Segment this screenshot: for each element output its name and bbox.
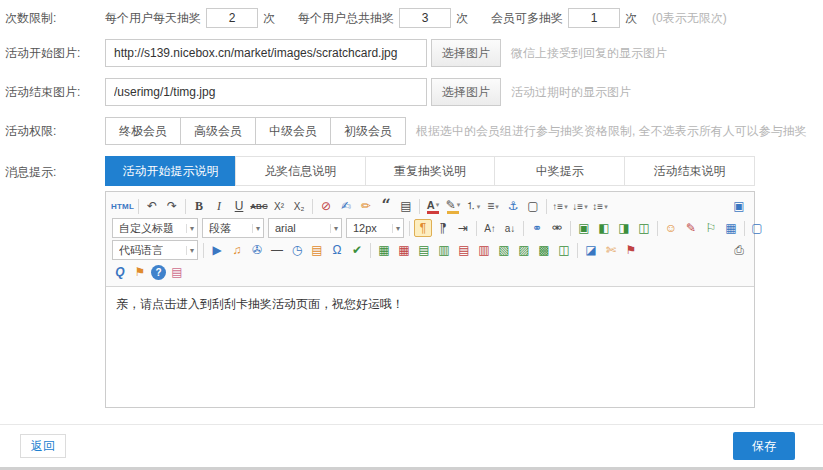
permission-option-button[interactable]: 高级会员 (180, 117, 256, 145)
message-tab[interactable]: 兑奖信息说明 (235, 156, 366, 186)
image-center-icon[interactable]: ◫ (635, 219, 653, 237)
directionality-ltr-icon[interactable]: ¶ (414, 219, 432, 237)
member-extra-input[interactable] (568, 8, 620, 28)
indent-icon[interactable]: ⇥ (454, 219, 472, 237)
unordered-list-icon[interactable]: ≡▾ (484, 197, 502, 215)
directionality-rtl-icon[interactable]: ¶ (434, 219, 452, 237)
row-spacing-top-icon[interactable]: ↑≡▾ (551, 197, 569, 215)
merge-cells-icon[interactable]: ▧ (495, 241, 513, 259)
insert-music-icon[interactable]: ♫ (228, 241, 246, 259)
message-tab[interactable]: 活动开始提示说明 (105, 156, 236, 186)
baidu-map-icon[interactable]: ⚑ (131, 263, 149, 281)
clear-document-icon[interactable]: ▢ (524, 197, 542, 215)
code-language-select[interactable]: 代码语言▾ (112, 240, 198, 260)
insert-frame-icon[interactable]: ▦ (722, 219, 740, 237)
link-icon[interactable]: ⚭ (528, 219, 546, 237)
end-image-input[interactable] (105, 78, 427, 106)
split-cells-icon[interactable]: ◫ (555, 241, 573, 259)
toolbar-row-2: 自定义标题▾段落▾arial▾12px▾¶¶⇥A↑a↓⚭⚮▣◧◨◫☺✎⚐▦▢ (110, 217, 750, 239)
help-icon[interactable]: ? (151, 265, 166, 280)
fullscreen-icon[interactable]: ▣ (730, 197, 748, 215)
charts-icon[interactable]: ◪ (582, 241, 600, 259)
special-characters-icon[interactable]: Ω (328, 241, 346, 259)
permissions-fields: 终极会员高级会员中级会员初级会员 根据选中的会员组进行参与抽奖资格限制, 全不选… (105, 117, 807, 145)
emotion-icon[interactable]: ☺ (662, 219, 680, 237)
merge-right-icon[interactable]: ▨ (515, 241, 533, 259)
font-size-select[interactable]: 12px▾ (346, 218, 404, 238)
remove-format-icon[interactable]: ⊘ (317, 197, 335, 215)
highlight-color-icon[interactable]: ✎▾ (444, 197, 462, 215)
insert-map-icon[interactable]: ⚐ (702, 219, 720, 237)
preview-icon[interactable]: ▢ (748, 219, 766, 237)
insert-table-icon[interactable]: ▦ (375, 241, 393, 259)
to-lowercase-icon[interactable]: a↓ (501, 219, 519, 237)
horizontal-rule-icon[interactable]: — (268, 241, 286, 259)
toolbar-row-1: HTML↶↷BIUABCX²X₂⊘✍✏“▤A▾✎▾⒈▾≡▾⚓▢↑≡▾↓≡▾↕≡▾… (110, 195, 750, 217)
attachment-icon[interactable]: ✇ (248, 241, 266, 259)
message-tab[interactable]: 重复抽奖说明 (365, 156, 496, 186)
source-code-icon[interactable]: HTML (111, 197, 134, 215)
search-replace-icon[interactable]: Q (111, 263, 129, 281)
end-image-row: 活动结束图片: 选择图片 活动过期时的显示图片 (5, 78, 823, 106)
format-brush-icon[interactable]: ✍ (337, 197, 355, 215)
image-left-icon[interactable]: ◧ (595, 219, 613, 237)
underline-icon[interactable]: U (230, 197, 248, 215)
delete-row-icon[interactable]: ▤ (455, 241, 473, 259)
image-none-icon[interactable]: ▣ (575, 219, 593, 237)
insert-date-icon[interactable]: ▤ (308, 241, 326, 259)
insert-column-icon[interactable]: ▥ (435, 241, 453, 259)
bold-icon[interactable]: B (190, 197, 208, 215)
to-uppercase-icon[interactable]: A↑ (481, 219, 499, 237)
message-tab[interactable]: 活动结束说明 (624, 156, 755, 186)
paragraph-select[interactable]: 段落▾ (202, 218, 264, 238)
auto-typeset-icon[interactable]: ✏ (357, 197, 375, 215)
subscript-icon[interactable]: X₂ (290, 197, 308, 215)
row-spacing-bottom-icon[interactable]: ↓≡▾ (571, 197, 589, 215)
scrawl-icon[interactable]: ✎ (682, 219, 700, 237)
toolbar-row-3: 代码语言▾▶♫✇—◷▤Ω✔▦▦▤▥▤▥▧▨▩◫◪✄⚑⎙ (110, 239, 750, 261)
start-image-input[interactable] (105, 39, 427, 67)
permission-option-button[interactable]: 终极会员 (105, 117, 181, 145)
unlink-icon[interactable]: ⚮ (548, 219, 566, 237)
delete-column-icon[interactable]: ▥ (475, 241, 493, 259)
end-image-pick-button[interactable]: 选择图片 (431, 78, 501, 106)
redo-icon[interactable]: ↷ (163, 197, 181, 215)
drafts-icon[interactable]: ▤ (168, 263, 186, 281)
insert-row-icon[interactable]: ▤ (415, 241, 433, 259)
message-tab[interactable]: 中奖提示 (494, 156, 625, 186)
permission-option-button[interactable]: 中级会员 (255, 117, 331, 145)
anchor-icon[interactable]: ⚓ (504, 197, 522, 215)
save-button[interactable]: 保存 (733, 432, 795, 460)
insert-time-icon[interactable]: ◷ (288, 241, 306, 259)
per-day-input[interactable] (206, 8, 258, 28)
start-image-pick-button[interactable]: 选择图片 (431, 39, 501, 67)
page-break-icon[interactable]: ✄ (602, 241, 620, 259)
editor-content[interactable]: 亲，请点击进入到刮刮卡抽奖活动页面，祝您好运哦！ (106, 287, 754, 407)
font-color-icon[interactable]: A▾ (424, 197, 442, 215)
ordered-list-icon[interactable]: ⒈▾ (464, 197, 482, 215)
toolbar-separator (570, 221, 571, 236)
paste-plain-icon[interactable]: ▤ (397, 197, 415, 215)
page-background-icon[interactable]: ⚑ (622, 241, 640, 259)
toolbar-separator (577, 243, 578, 258)
italic-icon[interactable]: I (210, 197, 228, 215)
insert-video-icon[interactable]: ▶ (208, 241, 226, 259)
undo-icon[interactable]: ↶ (143, 197, 161, 215)
spellcheck-icon[interactable]: ✔ (348, 241, 366, 259)
font-family-select[interactable]: arial▾ (268, 218, 342, 238)
custom-style-select[interactable]: 自定义标题▾ (112, 218, 198, 238)
toolbar-row-4: Q⚑?▤ (110, 261, 750, 283)
strikethrough-icon[interactable]: ABC (250, 197, 268, 215)
image-right-icon[interactable]: ◨ (615, 219, 633, 237)
back-button[interactable]: 返回 (20, 434, 66, 458)
line-height-icon[interactable]: ↕≡▾ (591, 197, 609, 215)
merge-down-icon[interactable]: ▩ (535, 241, 553, 259)
blockquote-icon[interactable]: “ (377, 197, 395, 215)
total-input[interactable] (399, 8, 451, 28)
total-label: 每个用户总共抽奖 (298, 10, 394, 27)
toolbar-separator (185, 199, 186, 214)
delete-table-icon[interactable]: ▦ (395, 241, 413, 259)
print-icon[interactable]: ⎙ (730, 241, 748, 259)
superscript-icon[interactable]: X² (270, 197, 288, 215)
permission-option-button[interactable]: 初级会员 (330, 117, 406, 145)
